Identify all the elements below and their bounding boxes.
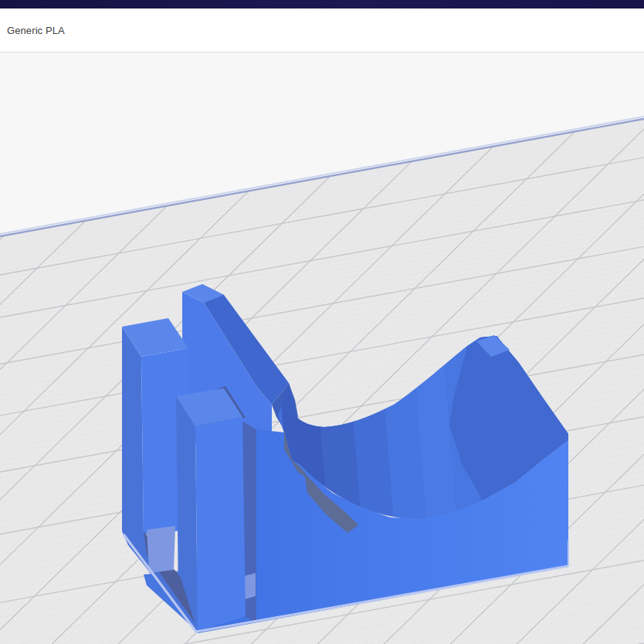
header-band: Generic PLA xyxy=(0,8,644,53)
viewport-3d[interactable] xyxy=(0,0,644,644)
top-nav-bar[interactable] xyxy=(0,0,644,8)
pillar-front-front-face xyxy=(195,417,246,632)
slot-floor xyxy=(147,526,175,573)
material-selector[interactable]: Generic PLA xyxy=(7,25,65,36)
build-plate-scene[interactable] xyxy=(0,0,644,644)
narrow-slot-floor xyxy=(244,573,256,599)
